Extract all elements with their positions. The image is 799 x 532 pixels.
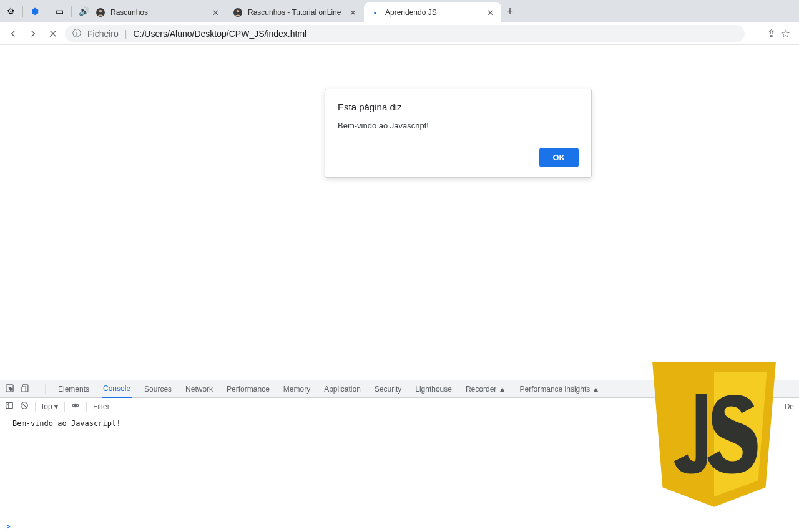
console-prompt[interactable]: > xyxy=(0,521,799,532)
window-icon[interactable]: ▭ xyxy=(54,6,65,16)
browser-tabstrip: ⚙ ⬢ ▭ 🔊 Rascunhos ✕ Rascunhos - Tutorial… xyxy=(0,0,799,22)
devtools-tab-console[interactable]: Console xyxy=(102,380,132,398)
devtools-tab-sources[interactable]: Sources xyxy=(143,380,173,398)
close-icon[interactable]: ✕ xyxy=(210,7,220,17)
favicon-icon: ● xyxy=(370,7,380,17)
context-selector[interactable]: top ▾ xyxy=(42,402,58,411)
browser-toolbar: ⓘ Ficheiro | C:/Users/Aluno/Desktop/CPW_… xyxy=(0,22,799,45)
javascript-logo xyxy=(645,359,783,515)
url-scheme-label: Ficheiro xyxy=(87,29,119,39)
page-content: Esta página diz Bem-vindo ao Javascript!… xyxy=(0,45,799,380)
share-icon[interactable]: ⇪ xyxy=(767,27,775,39)
devtools-tab-elements[interactable]: Elements xyxy=(57,380,91,398)
javascript-alert-dialog: Esta página diz Bem-vindo ao Javascript!… xyxy=(325,89,592,178)
devtools-tab-memory[interactable]: Memory xyxy=(282,380,311,398)
shield-icon[interactable]: ⬢ xyxy=(29,6,41,16)
forward-button[interactable] xyxy=(25,26,41,42)
clear-console-icon[interactable] xyxy=(20,401,29,412)
url-path: C:/Users/Aluno/Desktop/CPW_JS/index.html xyxy=(133,29,306,39)
stop-button[interactable] xyxy=(45,26,61,42)
tab-label: Aprendendo JS xyxy=(385,8,480,17)
devtools-tab-recorder[interactable]: Recorder ▲ xyxy=(464,380,507,398)
inspect-icon[interactable] xyxy=(5,384,14,395)
info-icon[interactable]: ⓘ xyxy=(72,28,81,39)
url-divider: | xyxy=(125,29,127,39)
svg-rect-6 xyxy=(22,387,26,392)
devtools-tab-performance[interactable]: Performance xyxy=(225,380,271,398)
close-icon[interactable]: ✕ xyxy=(348,7,358,17)
tab-label: Rascunhos - Tutorial onLine xyxy=(248,8,343,17)
back-button[interactable] xyxy=(5,26,21,42)
favicon-icon xyxy=(233,7,243,17)
console-sidebar-toggle-icon[interactable] xyxy=(5,401,14,412)
favicon-icon xyxy=(96,7,105,17)
svg-rect-7 xyxy=(6,402,13,408)
devtools-tab-network[interactable]: Network xyxy=(184,380,214,398)
console-levels-label[interactable]: De xyxy=(785,402,794,411)
star-icon[interactable]: ☆ xyxy=(780,27,790,41)
gear-icon[interactable]: ⚙ xyxy=(5,6,16,16)
dialog-message: Bem-vindo ao Javascript! xyxy=(338,121,579,130)
dialog-title: Esta página diz xyxy=(338,102,579,112)
svg-point-1 xyxy=(99,10,102,13)
new-tab-button[interactable]: + xyxy=(501,2,519,20)
devtools-tab-application[interactable]: Application xyxy=(323,380,362,398)
device-toggle-icon[interactable] xyxy=(21,384,30,395)
audio-icon[interactable]: 🔊 xyxy=(78,6,89,16)
address-bar[interactable]: ⓘ Ficheiro | C:/Users/Aluno/Desktop/CPW_… xyxy=(65,25,745,42)
devtools-tab-perf-insights[interactable]: Performance insights ▲ xyxy=(519,380,601,398)
devtools-tab-security[interactable]: Security xyxy=(373,380,403,398)
tab-aprendendo-js[interactable]: ● Aprendendo JS ✕ xyxy=(364,2,501,22)
system-icons: ⚙ ⬢ ▭ 🔊 xyxy=(5,6,89,17)
svg-point-9 xyxy=(74,404,77,407)
close-icon[interactable]: ✕ xyxy=(485,7,495,17)
svg-point-3 xyxy=(237,10,240,13)
live-expression-icon[interactable] xyxy=(71,401,80,412)
devtools-tab-lighthouse[interactable]: Lighthouse xyxy=(414,380,453,398)
tab-rascunhos-tutorial[interactable]: Rascunhos - Tutorial onLine ✕ xyxy=(227,2,364,22)
ok-button[interactable]: OK xyxy=(539,148,579,167)
tab-rascunhos[interactable]: Rascunhos ✕ xyxy=(89,2,227,22)
tab-label: Rascunhos xyxy=(110,8,205,17)
